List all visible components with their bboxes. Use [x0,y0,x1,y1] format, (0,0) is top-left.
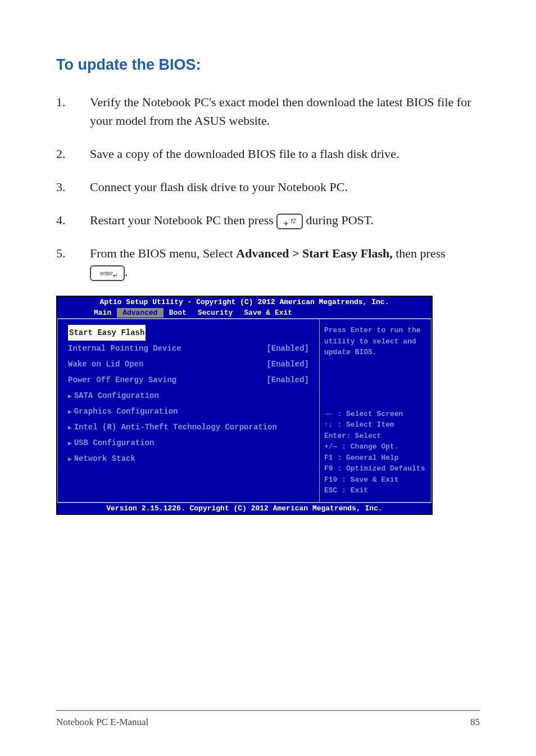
bios-item: Wake on Lid Open[Enabled] [68,356,309,372]
bios-item-label: Wake on Lid Open [68,356,143,372]
bios-item-label: Power Off Energy Saving [68,372,176,388]
step-text: Connect your flash disk drive to your No… [90,178,480,196]
bios-body: Start Easy Flash Internal Pointing Devic… [57,318,431,503]
bios-screenshot: Aptio Setup Utility - Copyright (C) 2012… [56,296,433,515]
step-text: Save a copy of the downloaded BIOS file … [90,144,480,163]
bios-item: Intel (R) Anti-Theft Technology Corporat… [68,419,309,435]
enter-key-icon: enter↵ [90,265,125,281]
footer-left: Notebook PC E-Manual [56,717,148,728]
step-4: 4. Restart your Notebook PC then press ✈… [56,211,480,229]
bios-right-panel: Press Enter to run the utility to select… [319,319,431,503]
bios-left-panel: Start Easy Flash Internal Pointing Devic… [57,319,319,503]
bios-item: Power Off Energy Saving[Enabled] [68,372,309,388]
step-3: 3. Connect your flash disk drive to your… [56,178,480,196]
step-number: 1. [56,93,90,130]
bios-item-label: Internal Pointing Device [68,341,181,356]
bios-footer: Version 2.15.1226. Copyright (C) 2012 Am… [57,503,431,514]
bios-item: USB Configuration [68,435,309,451]
step-text: Verify the Notebook PC's exact model the… [90,93,480,130]
bios-tab-save-exit: Save & Exit [238,308,298,318]
bios-tab-boot: Boot [163,308,192,318]
bios-titlebar: Aptio Setup Utility - Copyright (C) 2012… [57,297,431,307]
bios-key-line: F1 : General Help [324,452,426,464]
bios-item-label: SATA Configuration [68,391,159,400]
step-suffix: . [125,265,128,279]
bios-key-line: F10 : Save & Exit [324,474,426,486]
step-mid: then press [396,246,446,260]
step-prefix: From the BIOS menu, Select [90,246,236,260]
bios-key-help: →← : Select Screen ↑↓ : Select Item Ente… [324,409,426,496]
footer-right: 85 [470,717,480,728]
bios-item-value: [Enabled] [266,372,309,388]
step-bold: Advanced > Start Easy Flash, [236,246,392,260]
bios-item: Start Easy Flash [68,325,309,341]
bios-item-label: Network Stack [68,454,135,463]
bios-item-value: [Enabled] [266,356,309,372]
bios-tab-main: Main [88,308,117,318]
bios-key-line: F9 : Optimized Defaults [324,463,426,474]
bios-item-label: Intel (R) Anti-Theft Technology Corporat… [68,423,277,432]
bios-item: Network Stack [68,451,309,467]
page-footer: Notebook PC E-Manual 85 [56,710,480,728]
step-prefix: Restart your Notebook PC then press [90,213,276,227]
bios-key-line: ↑↓ : Select Item [324,419,426,431]
step-suffix: during POST. [306,213,374,227]
bios-item-label: USB Configuration [68,438,154,447]
step-2: 2. Save a copy of the downloaded BIOS fi… [56,144,480,163]
step-number: 4. [56,211,90,229]
bios-item: SATA Configuration [68,388,309,404]
bios-key-line: ESC : Exit [324,485,426,496]
f2-key-icon: ✈ f2 [276,214,303,229]
bios-item: Internal Pointing Device[Enabled] [68,341,309,356]
step-text: From the BIOS menu, Select Advanced > St… [90,244,480,281]
step-1: 1. Verify the Notebook PC's exact model … [56,93,480,130]
bios-item-value: [Enabled] [266,341,309,356]
bios-help-text: Press Enter to run the utility to select… [324,325,426,358]
bios-key-line: Enter: Select [324,431,426,442]
bios-menubar: Main Advanced Boot Security Save & Exit [57,307,431,318]
bios-key-line: →← : Select Screen [324,409,426,420]
bios-item: Graphics Configuration [68,404,309,419]
bios-tab-security: Security [192,308,238,318]
step-5: 5. From the BIOS menu, Select Advanced >… [56,244,480,281]
section-heading: To update the BIOS: [56,56,480,74]
step-number: 3. [56,178,90,196]
bios-item-label: Graphics Configuration [68,407,178,416]
step-text: Restart your Notebook PC then press ✈ f2… [90,211,480,229]
bios-key-line: +/— : Change Opt. [324,441,426,452]
bios-tab-advanced: Advanced [117,308,163,318]
bios-item-label: Start Easy Flash [68,325,146,341]
step-number: 2. [56,144,90,163]
step-number: 5. [56,244,90,281]
